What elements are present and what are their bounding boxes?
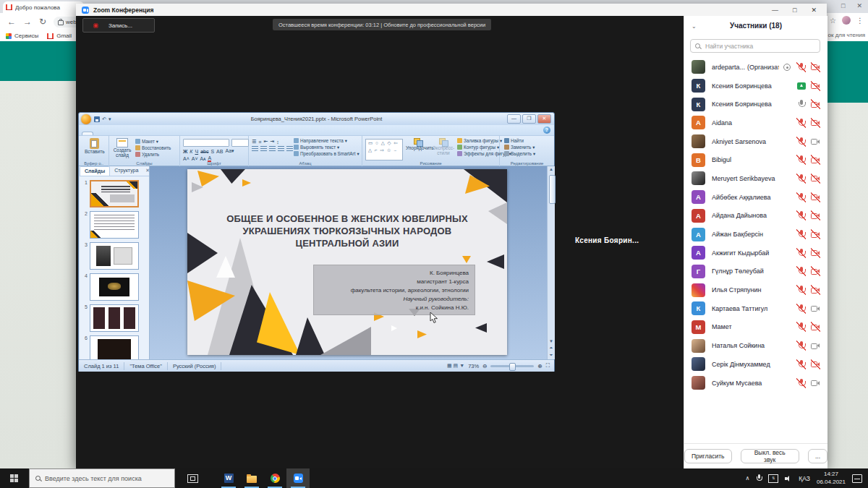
participant-row[interactable]: A Айдана Дайынова <box>684 207 827 226</box>
tray-network-icon[interactable]: ⇅ <box>768 474 778 483</box>
paste-button[interactable]: Вставить <box>85 138 103 154</box>
columns-icon[interactable] <box>286 146 293 152</box>
slide-thumbnail[interactable]: 4 <box>80 273 149 301</box>
browser-maximize-icon[interactable]: □ <box>841 2 845 9</box>
prev-slide-icon[interactable]: ⏶ <box>548 346 555 351</box>
slide-thumbnail[interactable]: 1 <box>80 180 149 207</box>
participant-row[interactable]: A Акжигит Кыдырбай <box>684 244 827 262</box>
slide-thumbnail[interactable]: 5 <box>80 304 149 332</box>
browser-window-controls[interactable]: □ ✕ <box>841 2 862 9</box>
participant-search[interactable] <box>690 39 820 53</box>
ppt-close-button[interactable]: ✕ <box>537 114 551 124</box>
reading-list-label[interactable]: ок для чтения <box>828 32 865 38</box>
participant-row[interactable]: К Ксения Бояринцева <box>684 95 827 114</box>
notification-center-icon[interactable] <box>852 474 862 483</box>
task-view-button[interactable] <box>181 468 204 488</box>
mute-all-button[interactable]: Выкл. весь звук <box>741 449 799 463</box>
align-right-icon[interactable] <box>269 146 276 152</box>
participant-row[interactable]: Илья Стряпунин <box>684 281 827 299</box>
slide-title[interactable]: ОБЩЕЕ И ОСОБЕННОЕ В ЖЕНСКИХ ЮВЕЛИРНЫХ УК… <box>213 213 481 249</box>
italic-button[interactable]: К <box>190 149 192 154</box>
panel-popout-chevron-icon[interactable]: ⌄ <box>692 23 697 30</box>
select-button[interactable]: Выделить ▾ <box>504 151 535 156</box>
align-center-icon[interactable] <box>260 146 267 152</box>
slide-scrollbar[interactable]: ▲ ▼ ⏶ ⏷ <box>547 166 555 359</box>
participant-row[interactable]: A Aidana <box>684 114 827 132</box>
apps-grid-icon[interactable] <box>6 33 12 39</box>
scroll-down-icon[interactable]: ▼ <box>548 339 555 343</box>
bookmark-gmail[interactable]: Gmail <box>56 33 72 39</box>
participant-row[interactable]: Г Гүлнұр Төлеубай <box>684 262 827 281</box>
slideshow-view-icon[interactable]: ▼ <box>459 363 464 369</box>
font-size-combo[interactable] <box>231 139 249 147</box>
scroll-up-icon[interactable]: ▲ <box>548 167 555 171</box>
sorter-view-icon[interactable]: ▤ <box>454 363 459 369</box>
slide-thumb-image[interactable] <box>90 180 139 207</box>
zoom-in-icon[interactable]: ⊕ <box>537 363 542 369</box>
participant-row[interactable]: Наталья Сойкина <box>684 336 827 355</box>
taskbar-explorer[interactable] <box>240 468 263 488</box>
line-spacing-icon[interactable]: ↕ <box>276 140 279 145</box>
slide-thumb-image[interactable] <box>90 242 139 270</box>
slide-thumb-image[interactable] <box>90 304 139 332</box>
start-button[interactable] <box>0 468 29 488</box>
delete-button[interactable]: Удалить <box>135 152 171 157</box>
grow-font-button[interactable]: А˄ <box>183 156 190 161</box>
zoom-slider[interactable] <box>490 365 534 367</box>
tab-outline[interactable]: Структура <box>110 166 142 176</box>
bookmark-star-icon[interactable]: ☆ <box>830 17 836 25</box>
font-name-combo[interactable] <box>183 139 229 147</box>
shrink-font-button[interactable]: А˅ <box>192 156 198 161</box>
zoom-percent[interactable]: 73% <box>468 363 479 369</box>
find-button[interactable]: Найти <box>504 138 535 143</box>
participant-row[interactable]: A Айжан Бақберсін <box>684 225 827 244</box>
slide-thumb-image[interactable] <box>90 273 139 301</box>
participant-row[interactable]: Meruyert Serikbayeva <box>684 169 827 188</box>
align-text-button[interactable]: Выровнять текст ▾ <box>294 145 359 150</box>
status-language[interactable]: Русский (Россия) <box>168 362 222 370</box>
numbering-icon[interactable]: ≡ <box>258 140 261 145</box>
taskbar-search[interactable]: Введите здесь текст для поиска <box>29 468 175 488</box>
taskbar-chrome[interactable] <box>263 468 286 488</box>
time-remaining-banner[interactable]: Оставшееся время конференции: 03:12 | Об… <box>273 19 491 30</box>
fit-window-icon[interactable]: ⛶ <box>546 362 550 369</box>
forward-icon[interactable]: → <box>23 17 32 27</box>
invite-button[interactable]: Пригласить <box>684 449 732 463</box>
participant-row[interactable]: M Мамет <box>684 318 827 337</box>
participant-row[interactable]: Серік Дінмухаммед <box>684 355 827 374</box>
quick-styles-button[interactable]: Экспресс-стили <box>430 138 456 155</box>
new-slide-button[interactable]: Создать слайд <box>111 138 133 158</box>
help-icon[interactable]: ? <box>543 127 550 134</box>
layout-button[interactable]: Макет ▾ <box>135 139 171 144</box>
char-spacing-button[interactable]: АВ <box>216 149 223 154</box>
scrollbar-thumb[interactable] <box>549 175 556 204</box>
participant-row[interactable]: Akniyet Sarsenova <box>684 132 827 151</box>
participant-search-input[interactable] <box>704 42 815 51</box>
reload-icon[interactable]: ↻ <box>39 17 46 27</box>
strikethrough-button[interactable]: abc <box>200 149 208 154</box>
browser-menu-icon[interactable]: ⋮ <box>856 17 864 25</box>
text-direction-button[interactable]: Направление текста ▾ <box>294 138 359 143</box>
shadow-button[interactable]: S <box>210 149 214 154</box>
reset-button[interactable]: Восстановить <box>135 145 171 150</box>
tray-clock[interactable]: 14:27 06.04.2021 <box>817 471 846 486</box>
zoom-minimize-icon[interactable]: — <box>772 7 778 14</box>
slide-thumb-image[interactable] <box>90 211 139 239</box>
tab-slides[interactable]: Слайды <box>80 166 110 176</box>
profile-avatar[interactable] <box>842 16 851 25</box>
align-left-icon[interactable] <box>252 146 258 152</box>
zoom-maximize-icon[interactable]: □ <box>793 7 796 14</box>
tray-language[interactable]: ҚАЗ <box>799 475 810 482</box>
slide-thumbnail[interactable]: 2 <box>80 211 149 239</box>
bold-button[interactable]: Ж <box>183 149 187 154</box>
slide-author-box[interactable]: К. Бояринцева магистрант 1-курса факульт… <box>313 265 475 315</box>
justify-icon[interactable] <box>278 146 284 152</box>
bookmark-services[interactable]: Сервисы <box>14 33 38 39</box>
participant-row[interactable]: ardeparta...(Организатор, я) <box>684 58 827 77</box>
shapes-gallery[interactable]: ▭ ○ △ ◇ ⇦ △ ⌐ ⇨ ☆ ⌣ <box>365 139 403 160</box>
tray-speaker-icon[interactable] <box>785 475 792 482</box>
participant-row[interactable]: Суйкум Мусаева <box>684 374 827 393</box>
ppt-restore-button[interactable]: ❐ <box>522 114 536 124</box>
to-smartart-button[interactable]: Преобразовать в SmartArt ▾ <box>294 151 359 156</box>
normal-view-icon[interactable]: ▦ <box>447 363 452 369</box>
